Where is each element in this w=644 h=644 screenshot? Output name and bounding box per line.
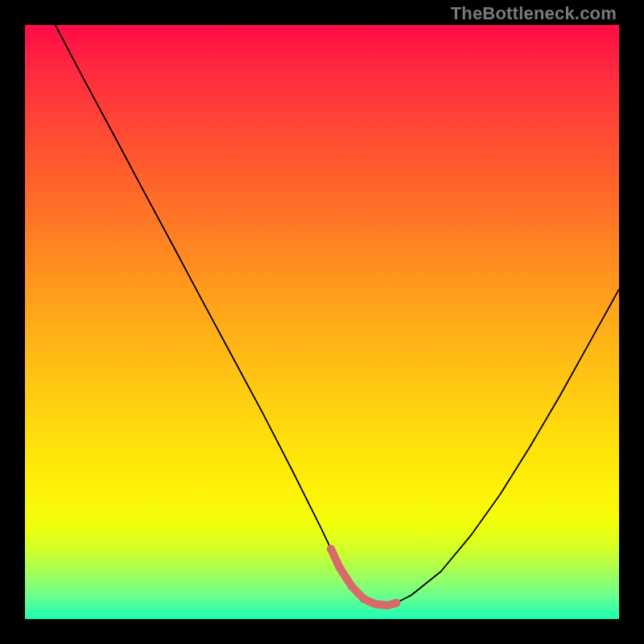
valley-spline-point — [392, 599, 400, 607]
valley-spline-point — [348, 582, 356, 590]
valley-spline-point — [360, 595, 368, 603]
valley-spline-point — [383, 601, 391, 609]
chart-svg — [25, 25, 619, 619]
valley-spline-point — [327, 545, 335, 553]
chart-frame: TheBottleneck.com — [0, 0, 644, 644]
valley-spline-point — [336, 564, 344, 572]
valley-spline-point — [371, 601, 379, 609]
bottleneck-curve — [56, 25, 619, 605]
watermark-text: TheBottleneck.com — [451, 3, 617, 24]
